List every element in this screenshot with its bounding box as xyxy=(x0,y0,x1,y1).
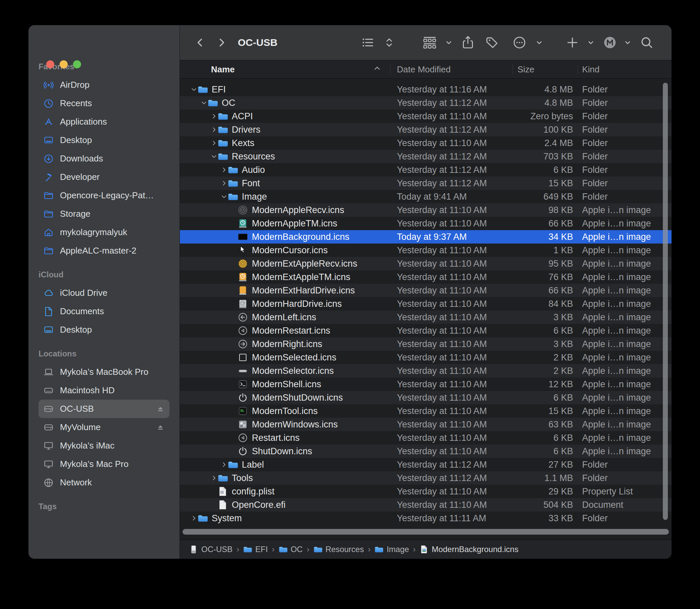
breadcrumb-item[interactable]: Resources xyxy=(314,545,364,554)
file-row[interactable]: ModernSelected.icnsYesterday at 11:10 AM… xyxy=(180,351,671,364)
sidebar-item-documents[interactable]: Documents xyxy=(38,302,170,320)
back-button[interactable] xyxy=(193,36,207,49)
file-row[interactable]: AudioYesterday at 11:12 AM6 KBFolder xyxy=(180,163,671,176)
sidebar-item-icloud-drive[interactable]: iCloud Drive xyxy=(38,284,170,302)
sidebar-item-desktop[interactable]: Desktop xyxy=(38,131,170,150)
breadcrumb-item[interactable]: OC xyxy=(279,545,303,554)
file-row[interactable]: KextsYesterday at 11:10 AM2.4 MBFolder xyxy=(180,136,671,150)
new-item-button[interactable] xyxy=(566,36,579,49)
file-name: Kexts xyxy=(232,138,255,149)
file-row[interactable]: ResourcesYesterday at 11:12 AM703 KBFold… xyxy=(180,150,671,163)
sidebar-item-applealc-master-2[interactable]: AppleALC-master-2 xyxy=(38,242,170,260)
close-button[interactable] xyxy=(46,60,54,68)
disclosure-chevron-icon[interactable] xyxy=(210,126,218,133)
eject-icon[interactable] xyxy=(156,423,165,432)
more-actions-chevron-icon[interactable] xyxy=(534,37,544,48)
column-header-date[interactable]: Date Modified xyxy=(390,60,512,79)
file-row[interactable]: ModernShutDown.icnsYesterday at 11:10 AM… xyxy=(180,391,671,404)
file-row[interactable]: SystemYesterday at 11:11 AM33 KBFolder xyxy=(180,511,671,524)
disclosure-chevron-icon[interactable] xyxy=(190,86,198,93)
file-row[interactable]: ModernShell.icnsYesterday at 11:10 AM12 … xyxy=(180,378,671,391)
file-row[interactable]: ModernAppleTM.icnsYesterday at 11:10 AM6… xyxy=(180,217,671,230)
breadcrumb-item[interactable]: EFI xyxy=(243,545,268,554)
sidebar-item-downloads[interactable]: Downloads xyxy=(38,150,170,168)
file-row[interactable]: ModernAppleRecv.icnsYesterday at 11:10 A… xyxy=(180,203,671,217)
file-row[interactable]: EFIYesterday at 11:16 AM4.8 MBFolder xyxy=(180,83,671,96)
file-row[interactable]: ModernRestart.icnsYesterday at 11:10 AM6… xyxy=(180,324,671,337)
sidebar-item-oc-usb[interactable]: OC-USB xyxy=(38,400,170,418)
account-chevron-icon[interactable] xyxy=(623,37,633,48)
file-row[interactable]: FontYesterday at 11:12 AM15 KBFolder xyxy=(180,176,671,190)
disclosure-chevron-icon[interactable] xyxy=(210,153,218,160)
disclosure-chevron-icon[interactable] xyxy=(210,112,218,120)
column-header-kind[interactable]: Kind xyxy=(578,60,671,79)
disclosure-chevron-icon[interactable] xyxy=(221,461,228,468)
horizontal-scrollbar[interactable] xyxy=(182,529,669,535)
breadcrumb-item[interactable]: OC-USB xyxy=(189,545,232,554)
group-by-icon[interactable] xyxy=(422,35,438,51)
breadcrumb-item[interactable]: Image xyxy=(374,545,409,554)
file-row[interactable]: config.plistYesterday at 11:10 AM29 KBPr… xyxy=(180,485,671,498)
eject-icon[interactable] xyxy=(156,405,165,413)
search-button[interactable] xyxy=(640,35,654,50)
new-item-chevron-icon[interactable] xyxy=(586,37,596,48)
file-row[interactable]: ModernCursor.icnsYesterday at 11:10 AM1 … xyxy=(180,244,671,257)
column-header-name[interactable]: Name xyxy=(180,60,390,79)
sidebar-item-developer[interactable]: Developer xyxy=(38,168,170,186)
sidebar-item-mykolagrymalyuk[interactable]: mykolagrymalyuk xyxy=(38,223,170,242)
sidebar-item-mykola-s-mac-pro[interactable]: Mykola’s Mac Pro xyxy=(38,455,170,473)
zoom-button[interactable] xyxy=(73,60,81,68)
disclosure-chevron-icon[interactable] xyxy=(190,515,198,522)
file-row[interactable]: ModernHardDrive.icnsYesterday at 11:10 A… xyxy=(180,297,671,311)
file-row[interactable]: ShutDown.icnsYesterday at 11:10 AM6 KBAp… xyxy=(180,445,671,458)
sidebar-item-desktop[interactable]: Desktop xyxy=(38,320,170,339)
share-button[interactable] xyxy=(460,35,475,50)
folder-icon xyxy=(228,192,238,202)
disclosure-chevron-icon[interactable] xyxy=(210,474,218,482)
disclosure-chevron-icon[interactable] xyxy=(221,193,228,200)
sidebar-item-mykola-s-macbook-pro[interactable]: Mykola’s MacBook Pro xyxy=(38,363,170,381)
disclosure-chevron-icon[interactable] xyxy=(200,99,208,106)
disclosure-chevron-icon[interactable] xyxy=(221,179,228,187)
file-row[interactable]: OpenCore.efiYesterday at 11:10 AM504 KBD… xyxy=(180,498,671,511)
file-row[interactable]: ModernRight.icnsYesterday at 11:10 AM3 K… xyxy=(180,337,671,351)
file-row[interactable]: LabelYesterday at 11:12 AM27 KBFolder xyxy=(180,458,671,471)
file-row[interactable]: Restart.icnsYesterday at 11:10 AM6 KBApp… xyxy=(180,431,671,445)
file-row[interactable]: ModernExtAppleRecv.icnsYesterday at 11:1… xyxy=(180,257,671,270)
account-badge[interactable] xyxy=(602,35,617,50)
sidebar-item-airdrop[interactable]: AirDrop xyxy=(38,76,170,94)
vertical-scrollbar[interactable] xyxy=(663,83,668,520)
file-row[interactable]: ACPIYesterday at 11:10 AMZero bytesFolde… xyxy=(180,109,671,123)
list-view-icon[interactable] xyxy=(361,35,375,50)
file-row[interactable]: ImageToday at 9:41 AM649 KBFolder xyxy=(180,190,671,203)
sidebar-item-opencore-legacy-pat-[interactable]: Opencore-Legacy-Pat… xyxy=(38,186,170,205)
file-row[interactable]: ModernExtAppleTM.icnsYesterday at 11:10 … xyxy=(180,270,671,284)
more-actions-button[interactable] xyxy=(512,35,527,50)
file-row[interactable]: DriversYesterday at 11:12 AM100 KBFolder xyxy=(180,123,671,136)
file-row[interactable]: ModernExtHardDrive.icnsYesterday at 11:1… xyxy=(180,284,671,297)
sidebar-item-macintosh-hd[interactable]: Macintosh HD xyxy=(38,381,170,400)
file-row[interactable]: ModernLeft.icnsYesterday at 11:10 AM3 KB… xyxy=(180,311,671,324)
file-name: config.plist xyxy=(232,486,275,497)
tag-button[interactable] xyxy=(485,35,500,50)
sidebar-item-network[interactable]: Network xyxy=(38,473,170,492)
file-row[interactable]: ModernBackground.icnsToday at 9:37 AM34 … xyxy=(180,230,671,244)
column-header-size[interactable]: Size xyxy=(512,60,578,79)
breadcrumb-item[interactable]: ModernBackground.icns xyxy=(420,545,519,554)
sidebar-item-mykola-s-imac[interactable]: Mykola’s iMac xyxy=(38,436,170,455)
disclosure-chevron-icon[interactable] xyxy=(210,139,218,147)
file-row[interactable]: ModernSelector.icnsYesterday at 11:10 AM… xyxy=(180,364,671,378)
sort-chevrons-icon[interactable] xyxy=(384,37,395,48)
minimize-button[interactable] xyxy=(59,60,68,68)
sidebar-item-recents[interactable]: Recents xyxy=(38,94,170,112)
file-row[interactable]: ModernTool.icnsYesterday at 11:10 AM15 K… xyxy=(180,404,671,418)
sidebar-item-myvolume[interactable]: MyVolume xyxy=(38,418,170,436)
group-by-chevron-icon[interactable] xyxy=(444,37,454,48)
file-row[interactable]: ModernWindows.icnsYesterday at 11:10 AM6… xyxy=(180,418,671,431)
file-row[interactable]: ToolsYesterday at 11:12 AM1.1 MBFolder xyxy=(180,471,671,485)
forward-button[interactable] xyxy=(215,36,228,49)
file-row[interactable]: OCYesterday at 11:12 AM4.8 MBFolder xyxy=(180,96,671,109)
sidebar-item-applications[interactable]: Applications xyxy=(38,112,170,131)
sidebar-item-storage[interactable]: Storage xyxy=(38,205,170,223)
disclosure-chevron-icon[interactable] xyxy=(221,166,228,174)
